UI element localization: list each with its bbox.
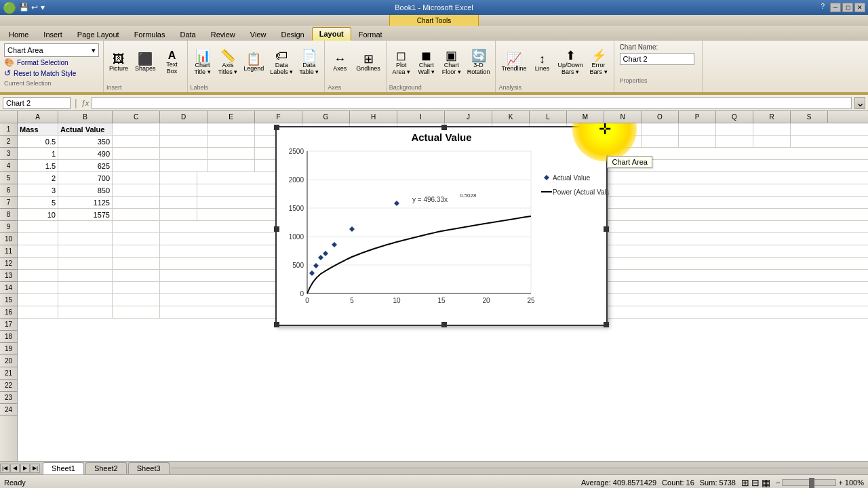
minimize-button[interactable]: ─: [830, 3, 841, 12]
col-header-m[interactable]: M: [567, 111, 604, 123]
cell-e4[interactable]: [208, 160, 255, 171]
col-header-l[interactable]: L: [530, 111, 567, 123]
col-header-e[interactable]: E: [208, 111, 255, 123]
cell-b16[interactable]: [58, 306, 113, 318]
data-labels-button[interactable]: 🏷 DataLabels ▾: [267, 47, 296, 77]
restore-button[interactable]: ◻: [842, 3, 853, 12]
col-header-j[interactable]: J: [445, 111, 492, 123]
cell-q1[interactable]: [716, 123, 753, 135]
cell-d1[interactable]: [160, 123, 208, 135]
row-header-10[interactable]: 10: [0, 233, 17, 245]
last-sheet-button[interactable]: ▶|: [31, 464, 40, 473]
chart-title-button[interactable]: 📊 ChartTitle ▾: [191, 47, 215, 77]
cell-b15[interactable]: [58, 294, 113, 306]
cell-o1[interactable]: [642, 123, 679, 135]
page-layout-view-button[interactable]: ⊟: [751, 477, 760, 488]
row-header-1[interactable]: 1: [0, 123, 17, 136]
cell-a4[interactable]: 1.5: [18, 160, 58, 171]
tab-design[interactable]: Design: [273, 27, 311, 41]
cell-a12[interactable]: [18, 258, 58, 269]
cell-d3[interactable]: [160, 148, 208, 159]
tab-layout[interactable]: Layout: [312, 27, 351, 41]
cell-c8[interactable]: [113, 209, 160, 220]
cell-c12[interactable]: [113, 258, 160, 269]
text-box-button[interactable]: A TextBox: [160, 48, 184, 77]
tab-insert[interactable]: Insert: [36, 27, 70, 41]
cell-b8[interactable]: 1575: [58, 209, 113, 220]
tab-home[interactable]: Home: [1, 27, 36, 41]
cell-c2[interactable]: [113, 136, 160, 147]
col-header-k[interactable]: K: [492, 111, 530, 123]
cell-b10[interactable]: [58, 233, 113, 245]
cell-b12[interactable]: [58, 258, 113, 269]
chart-handle-mr[interactable]: [604, 226, 609, 232]
name-box[interactable]: Chart 2: [3, 97, 71, 109]
cell-r1[interactable]: [753, 123, 791, 135]
cell-b2[interactable]: 350: [58, 136, 113, 147]
row-header-3[interactable]: 3: [0, 148, 17, 160]
chart-handle-ml[interactable]: [274, 226, 279, 232]
formula-input[interactable]: [92, 97, 852, 109]
col-header-d[interactable]: D: [160, 111, 208, 123]
zoom-out-button[interactable]: −: [776, 479, 780, 487]
zoom-controls[interactable]: − + 100%: [776, 479, 864, 487]
col-header-o[interactable]: O: [642, 111, 679, 123]
row-header-8[interactable]: 8: [0, 209, 17, 221]
row-header-20[interactable]: 20: [0, 355, 17, 367]
col-header-f[interactable]: F: [255, 111, 302, 123]
row-header-5[interactable]: 5: [0, 172, 17, 184]
chart-handle-bl[interactable]: [274, 322, 279, 327]
row-header-11[interactable]: 11: [0, 245, 17, 258]
zoom-in-button[interactable]: +: [838, 479, 842, 487]
prev-sheet-button[interactable]: ◀: [10, 464, 20, 473]
close-button[interactable]: ✕: [854, 3, 865, 12]
chart-handle-bm[interactable]: [441, 322, 447, 327]
cell-e3[interactable]: [208, 148, 255, 159]
row-header-7[interactable]: 7: [0, 197, 17, 209]
lines-button[interactable]: ↕ Lines: [530, 51, 555, 74]
cell-p2[interactable]: [679, 136, 716, 147]
row-header-14[interactable]: 14: [0, 282, 17, 294]
row-header-18[interactable]: 18: [0, 331, 17, 343]
picture-button[interactable]: 🖼 Picture: [106, 51, 131, 74]
cell-r8[interactable]: [160, 209, 197, 220]
chart-floor-button[interactable]: ▣ ChartFloor ▾: [439, 47, 464, 77]
cell-b1[interactable]: Actual Value: [58, 123, 113, 135]
window-controls[interactable]: ? ─ ◻ ✕: [821, 3, 865, 12]
chart-area-dropdown[interactable]: Chart Area ▾: [4, 43, 99, 57]
cell-a16[interactable]: [18, 306, 58, 318]
cell-a13[interactable]: [18, 270, 58, 281]
col-header-i[interactable]: I: [397, 111, 445, 123]
error-bars-button[interactable]: ⚡ ErrorBars ▾: [587, 47, 611, 77]
data-table-button[interactable]: 📄 DataTable ▾: [296, 47, 321, 77]
col-header-p[interactable]: P: [679, 111, 716, 123]
updown-bars-button[interactable]: ⬆ Up/DownBars ▾: [555, 47, 586, 77]
cell-c3[interactable]: [113, 148, 160, 159]
cell-a1[interactable]: Mass: [18, 123, 58, 135]
row-header-17[interactable]: 17: [0, 319, 17, 331]
chart-wall-button[interactable]: ◼ ChartWall ▾: [414, 47, 439, 77]
row-header-6[interactable]: 6: [0, 184, 17, 197]
reset-match-button[interactable]: ↺ Reset to Match Style: [4, 68, 99, 79]
cell-a2[interactable]: 0.5: [18, 136, 58, 147]
row-header-4[interactable]: 4: [0, 160, 17, 172]
cell-c9[interactable]: [113, 221, 160, 232]
chart-name-input[interactable]: Chart 2: [620, 53, 694, 65]
col-header-a[interactable]: A: [18, 111, 58, 123]
cell-b7[interactable]: 1125: [58, 197, 113, 208]
col-header-s[interactable]: S: [791, 111, 828, 123]
cell-r6[interactable]: [160, 184, 197, 196]
axes-button[interactable]: ↔ Axes: [328, 51, 352, 74]
row-header-22[interactable]: 22: [0, 380, 17, 392]
next-sheet-button[interactable]: ▶: [20, 464, 30, 473]
cell-b4[interactable]: 625: [58, 160, 113, 171]
cell-a8[interactable]: 10: [18, 209, 58, 220]
tab-page-layout[interactable]: Page Layout: [70, 27, 127, 41]
format-selection-button[interactable]: 🎨 Format Selection: [4, 57, 99, 68]
row-header-16[interactable]: 16: [0, 306, 17, 319]
chart-handle-tl[interactable]: [274, 125, 279, 130]
sheet-tab-sheet1[interactable]: Sheet1: [43, 462, 84, 474]
axis-titles-button[interactable]: 📏 AxisTitles ▾: [216, 47, 241, 77]
cell-a7[interactable]: 5: [18, 197, 58, 208]
cell-c6[interactable]: [113, 184, 160, 196]
